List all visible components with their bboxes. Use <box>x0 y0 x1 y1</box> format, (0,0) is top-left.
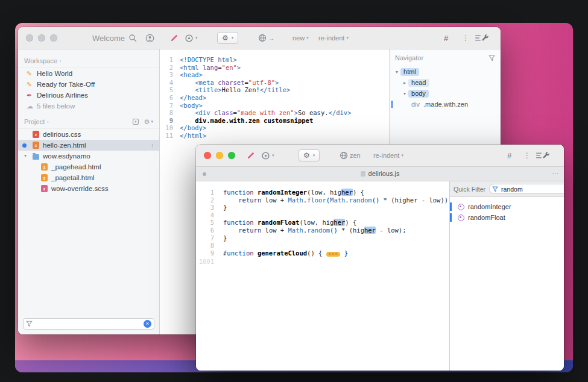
new-menu[interactable]: new ▾ <box>292 32 309 44</box>
file-row[interactable]: z_pagetail.html <box>18 172 159 183</box>
navigator-title: Navigator <box>395 54 423 61</box>
code-line[interactable]: 7} <box>196 234 449 242</box>
disclosure-icon[interactable]: ▾ <box>396 69 398 75</box>
code-line[interactable]: 11</html> <box>160 132 389 140</box>
code-line[interactable]: 3} <box>196 204 449 211</box>
dynamo-icon[interactable] <box>132 118 139 125</box>
gear-menu-button[interactable]: ⚙ ▾ <box>299 149 320 161</box>
line-number: 11 <box>160 132 173 140</box>
tools-wrench-icon[interactable] <box>535 149 551 161</box>
code-line[interactable]: 9▸function generateCloud() { ••• } <box>196 249 449 258</box>
quick-filter-result[interactable]: randomInteger <box>450 201 564 212</box>
workspace-item[interactable]: ☁5 files below <box>18 101 159 111</box>
cloud-icon: ☁ <box>27 103 37 110</box>
hash-button[interactable]: # <box>507 149 511 161</box>
disclosure-icon[interactable]: ▾ <box>24 153 27 158</box>
code-line[interactable]: 4 <box>196 211 449 219</box>
pencil-icon: ✎ <box>27 70 37 77</box>
file-row[interactable]: zdelirious.css <box>18 129 159 140</box>
code-line[interactable]: 3<head> <box>160 71 389 79</box>
search-icon[interactable] <box>128 32 137 44</box>
disclosure-icon[interactable]: ▸ <box>403 80 406 86</box>
quick-filter-results: randomIntegerrandomFloat <box>450 197 564 223</box>
gear-icon: ⚙ <box>303 152 310 159</box>
file-name: _pagehead.html <box>51 163 101 171</box>
project-filter-field[interactable]: × <box>23 318 154 330</box>
workspace-item-label: Delirious Airlines <box>37 92 88 99</box>
code-line[interactable]: 6 return low + Math.random() * (higher -… <box>196 227 449 234</box>
code-line[interactable]: 2 return low + Math.floor(Math.random() … <box>196 196 449 204</box>
gear-icon: ⚙ <box>222 34 229 42</box>
reindent-menu[interactable]: re-indent ▾ <box>318 32 349 44</box>
workspace-header[interactable]: Workspace › <box>18 54 159 68</box>
code-line[interactable]: 4 <meta charset="utf-8"> <box>160 79 389 87</box>
actions-target-icon[interactable]: ▾ <box>185 32 198 44</box>
tools-wrench-icon[interactable] <box>474 32 490 44</box>
workspace-item-label: 5 files below <box>37 102 75 110</box>
line-number: 10 <box>160 124 173 132</box>
code-line[interactable]: 5 <title>Hello Zen!</title> <box>160 86 389 94</box>
tab-delirious-js[interactable]: delirious.js <box>196 170 564 177</box>
code-line[interactable]: 2<html lang="en"> <box>160 64 389 72</box>
workspace-item-label: Hello World <box>37 70 72 77</box>
code-line[interactable]: 8 <div class="made with zen">So easy.</d… <box>160 109 389 117</box>
reindent-menu[interactable]: re-indent ▾ <box>373 149 403 161</box>
navigator-filter-funnel-icon[interactable] <box>488 55 495 61</box>
actions-target-icon[interactable]: ▾ <box>261 149 274 161</box>
code-area[interactable]: 1<!DOCTYPE html>2<html lang="en">3<head>… <box>160 56 389 140</box>
hash-button[interactable]: # <box>444 32 448 44</box>
code-area[interactable]: 1function randomInteger(low, higher) {2 … <box>196 189 449 266</box>
close-button[interactable] <box>26 34 33 42</box>
gear-menu-button[interactable]: ⚙ ▾ <box>217 32 238 44</box>
quick-filter-panel: Quick Filter × randomIntegerrandomFloat <box>449 181 564 371</box>
code-line[interactable]: 1<!DOCTYPE html> <box>160 56 389 64</box>
clear-filter-button[interactable]: × <box>144 320 151 328</box>
navigator-item[interactable]: ▸head <box>390 77 501 88</box>
project-filter-input[interactable] <box>35 320 141 328</box>
quick-filter-field[interactable]: × <box>489 184 564 194</box>
publish-pen-icon[interactable] <box>247 149 255 161</box>
code-line[interactable]: 1function randomInteger(low, higher) { <box>196 189 449 196</box>
result-label: randomFloat <box>468 214 505 221</box>
code-line[interactable]: 1001 <box>196 258 449 266</box>
quick-filter-result[interactable]: randomFloat <box>450 212 564 223</box>
preview-globe-button[interactable]: → <box>258 32 274 44</box>
minimize-button[interactable] <box>216 152 223 159</box>
code-line[interactable]: 8 <box>196 242 449 249</box>
zoom-button[interactable] <box>50 34 57 42</box>
more-options-icon[interactable]: ⋮ <box>462 32 469 44</box>
minimize-button[interactable] <box>38 34 45 42</box>
code-line[interactable]: 5function randomFloat(low, higher) { <box>196 219 449 227</box>
navigator-item[interactable]: div.made.with.zen <box>390 99 501 110</box>
delirious-js-window[interactable]: ▾ ⚙ ▾ zen re-indent ▾ # ⋮ delirious.js …… <box>196 145 564 371</box>
close-button[interactable] <box>204 152 211 159</box>
workspace-item[interactable]: ✒Delirious Airlines <box>18 90 159 101</box>
navigator-item-label: div <box>411 101 420 108</box>
file-row[interactable]: ▾wow.esdynamo <box>18 151 159 161</box>
more-options-icon[interactable]: ⋮ <box>523 149 531 161</box>
chevron-down-icon: ▾ <box>346 36 349 40</box>
fold-disclosure-icon[interactable]: ▸ <box>223 251 226 258</box>
code-line[interactable]: 7<body> <box>160 102 389 110</box>
account-icon[interactable] <box>145 32 154 44</box>
file-row[interactable]: zhello-zen.html↑ <box>18 140 159 151</box>
code-line[interactable]: 6</head> <box>160 94 389 102</box>
quick-filter-input[interactable] <box>500 185 564 193</box>
file-row[interactable]: z_pagehead.html <box>18 161 159 172</box>
navigator-item[interactable]: ▾html <box>390 66 501 77</box>
project-settings-gear-icon[interactable]: ⚙ ▾ <box>144 119 153 125</box>
js-editor[interactable]: 1function randomInteger(low, higher) {2 … <box>196 181 449 371</box>
disclosure-icon[interactable]: ▾ <box>403 91 406 96</box>
file-row[interactable]: zwow-override.scss <box>18 183 159 194</box>
publish-pen-icon[interactable] <box>170 32 179 44</box>
tab-overflow-icon[interactable]: … <box>552 168 559 176</box>
code-line[interactable]: 9 div.made.with.zen customsnippet <box>160 117 389 125</box>
zoom-button[interactable] <box>228 152 235 159</box>
workspace-item[interactable]: ✎Hello World <box>18 68 159 79</box>
preview-zen-button[interactable]: zen <box>340 149 361 161</box>
workspace-item[interactable]: ✎Ready for Take-Off <box>18 79 159 90</box>
code-line[interactable]: 10</body> <box>160 124 389 132</box>
navigator-item[interactable]: ▾body <box>390 88 501 99</box>
file-name: hello-zen.html <box>43 142 86 149</box>
project-header[interactable]: Project › ⚙ ▾ <box>18 115 159 129</box>
